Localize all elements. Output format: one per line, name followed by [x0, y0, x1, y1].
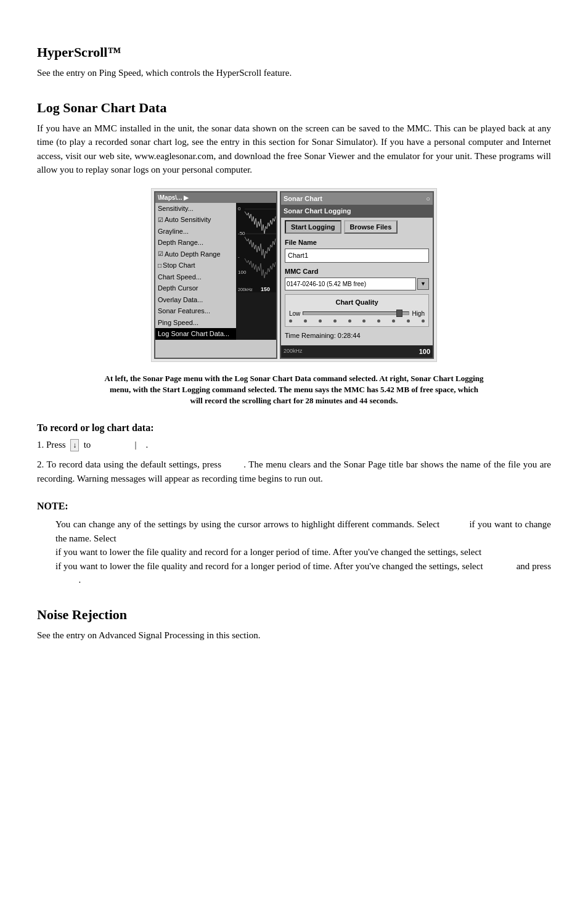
- dot-3: [319, 319, 322, 323]
- menu-log-sonar[interactable]: Log Sonar Chart Data...: [155, 328, 236, 340]
- note-end: .: [79, 575, 81, 585]
- hyperscroll-body: See the entry on Ping Speed, which contr…: [37, 66, 551, 80]
- menu-stop-chart[interactable]: □Stop Chart: [155, 260, 236, 271]
- mmc-dropdown-arrow[interactable]: ▼: [417, 278, 429, 290]
- note-block: You can change any of the settings by us…: [55, 517, 551, 587]
- menu-sonar-features[interactable]: Sonar Features...: [155, 305, 236, 317]
- left-panel: \Maps\... ▶ Sensitivity... ☑Auto Sensiti…: [154, 191, 277, 360]
- svg-text:100: 100: [238, 269, 247, 275]
- menu-sensitivity[interactable]: Sensitivity...: [155, 203, 236, 215]
- right-panel: Sonar Chart ○ Sonar Chart Logging Start …: [280, 191, 434, 360]
- rp-close-btn[interactable]: ○: [426, 194, 430, 204]
- note-body4: if you want to lower the file quality an…: [55, 561, 483, 571]
- log-sonar-title: Log Sonar Chart Data: [37, 97, 551, 118]
- sonar-graph: 0 -50 - 100 200kHz 150: [236, 203, 276, 340]
- noise-rejection-body: See the entry on Advanced Signal Process…: [37, 628, 551, 643]
- time-row: Time Remaining: 0:28:44: [285, 331, 429, 341]
- log-sonar-body: If you have an MMC installed in the unit…: [37, 121, 551, 177]
- svg-text:200kHz: 200kHz: [238, 287, 253, 292]
- note-para: You can change any of the settings by us…: [55, 517, 551, 587]
- note-and-press: and press: [517, 561, 551, 571]
- chart-quality-label: Chart Quality: [289, 297, 425, 308]
- quality-dots: [289, 318, 425, 324]
- rp-body: Start Logging Browse Files File Name Cha…: [281, 218, 433, 346]
- menu-ping-speed[interactable]: Ping Speed...: [155, 317, 236, 329]
- step1-mid: to: [84, 440, 91, 450]
- dot-1: [289, 319, 292, 323]
- quality-section: Chart Quality Low High: [285, 294, 429, 327]
- low-label: Low: [289, 309, 300, 318]
- svg-text:-: -: [238, 254, 240, 260]
- dot-4: [333, 319, 337, 323]
- dot-10: [422, 319, 425, 323]
- dot-5: [348, 319, 351, 323]
- rp-bottom-bar: 200kHz 100: [281, 345, 433, 358]
- sonar-svg: 0 -50 - 100 200kHz 150: [236, 203, 276, 292]
- noise-rejection-title: Noise Rejection: [37, 604, 551, 625]
- menu-grayline[interactable]: Grayline...: [155, 226, 236, 237]
- menu-chart-speed[interactable]: Chart Speed...: [155, 271, 236, 283]
- dot-2: [304, 319, 307, 323]
- svg-text:150: 150: [261, 286, 270, 292]
- dot-9: [407, 319, 410, 323]
- screenshot-container: \Maps\... ▶ Sensitivity... ☑Auto Sensiti…: [37, 188, 551, 363]
- left-panel-path: \Maps\... ▶: [158, 193, 189, 202]
- time-value: 0:28:44: [338, 332, 361, 339]
- step-1: 1. Press ↓ to | .: [37, 438, 551, 452]
- rp-btn-row: Start Logging Browse Files: [285, 220, 429, 234]
- howto-title: To record or log chart data:: [37, 421, 551, 435]
- high-label: High: [412, 309, 425, 318]
- step-2-text: 2. To record data using the default sett…: [37, 458, 551, 485]
- dot-7: [377, 319, 380, 323]
- file-name-input[interactable]: Chart1: [285, 249, 429, 263]
- screenshot-box: \Maps\... ▶ Sensitivity... ☑Auto Sensiti…: [151, 188, 437, 363]
- step1-pre: 1. Press: [37, 440, 66, 450]
- menu-auto-sensitivity[interactable]: ☑Auto Sensitivity: [155, 214, 236, 226]
- file-name-label: File Name: [285, 237, 429, 248]
- mmc-label: MMC Card: [285, 266, 429, 277]
- bottom-num: 100: [419, 347, 430, 357]
- note-label: NOTE:: [37, 499, 551, 514]
- mmc-select[interactable]: 0147-0246-10 (5.42 MB free): [285, 278, 416, 290]
- mmc-select-row: 0147-0246-10 (5.42 MB free) ▼: [285, 278, 429, 290]
- menu-auto-depth-range[interactable]: ☑Auto Depth Range: [155, 249, 236, 260]
- menu-depth-range[interactable]: Depth Range...: [155, 237, 236, 249]
- quality-thumb[interactable]: [396, 310, 402, 317]
- menu-overlay-data[interactable]: Overlay Data...: [155, 294, 236, 306]
- screenshot-caption: At left, the Sonar Page menu with the Lo…: [103, 373, 485, 407]
- start-logging-btn[interactable]: Start Logging: [285, 220, 341, 234]
- quality-track[interactable]: [303, 311, 409, 315]
- right-panel-titlebar: Sonar Chart ○: [281, 192, 433, 205]
- browse-files-btn[interactable]: Browse Files: [344, 220, 398, 234]
- note-body1: You can change any of the settings by us…: [55, 519, 439, 529]
- menu-depth-cursor[interactable]: Depth Cursor: [155, 282, 236, 294]
- bottom-freq: 200kHz: [284, 347, 303, 356]
- menu-list: Sensitivity... ☑Auto Sensitivity Graylin…: [155, 203, 236, 340]
- svg-text:0: 0: [238, 206, 241, 212]
- hyperscroll-title: HyperScroll™: [37, 42, 551, 62]
- rp-subtitle: Sonar Chart Logging: [281, 205, 433, 218]
- dot-6: [362, 319, 365, 323]
- dot-8: [392, 319, 395, 323]
- svg-text:-50: -50: [238, 231, 245, 236]
- note-body3: if you want to lower the file quality an…: [55, 547, 481, 557]
- step1-key: ↓: [70, 439, 79, 451]
- step2-pre: 2. To record data using the default sett…: [37, 459, 221, 469]
- quality-slider-row: Low High: [289, 309, 425, 318]
- time-label: Time Remaining:: [285, 332, 336, 339]
- rp-window-title: Sonar Chart: [284, 194, 322, 204]
